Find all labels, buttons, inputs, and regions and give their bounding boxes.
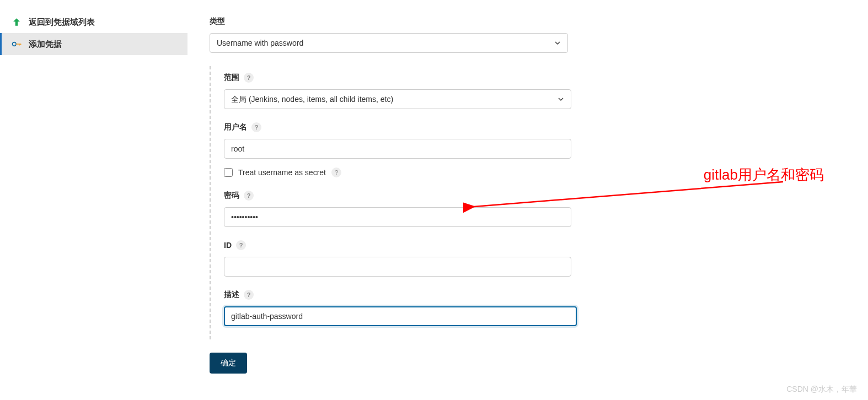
- label-text: 类型: [210, 17, 225, 26]
- arrow-up-icon: [11, 17, 22, 28]
- treat-secret-checkbox[interactable]: [224, 168, 233, 177]
- watermark: CSDN @水木，年華: [786, 385, 857, 394]
- form-group-type: 类型 Username with password: [210, 17, 846, 53]
- main-content: 类型 Username with password 范围 ? 全局 (Jenki…: [187, 0, 868, 400]
- type-label: 类型: [210, 17, 846, 26]
- form-group-username: 用户名 ? Treat username as secret ?: [224, 122, 846, 177]
- form-group-password: 密码 ?: [224, 191, 846, 227]
- description-input[interactable]: [224, 306, 577, 326]
- label-text: 描述: [224, 290, 239, 300]
- help-icon[interactable]: ?: [244, 290, 254, 300]
- sidebar-item-add-credential[interactable]: 添加凭据: [0, 33, 187, 55]
- submit-button[interactable]: 确定: [210, 353, 247, 374]
- username-input[interactable]: [224, 139, 571, 159]
- type-select[interactable]: Username with password: [210, 33, 568, 53]
- help-icon[interactable]: ?: [244, 73, 254, 83]
- id-input[interactable]: [224, 257, 571, 277]
- label-text: 范围: [224, 73, 239, 83]
- checkbox-label: Treat username as secret: [238, 168, 326, 177]
- description-label: 描述 ?: [224, 290, 846, 300]
- svg-point-0: [13, 42, 17, 46]
- key-icon: [11, 39, 22, 50]
- help-icon[interactable]: ?: [244, 191, 254, 201]
- indented-section: 范围 ? 全局 (Jenkins, nodes, items, all chil…: [210, 66, 846, 339]
- sidebar: 返回到凭据域列表 添加凭据: [0, 0, 187, 400]
- id-label: ID ?: [224, 240, 846, 250]
- submit-row: 确定: [210, 353, 846, 374]
- form-group-description: 描述 ?: [224, 290, 846, 326]
- label-text: 用户名: [224, 122, 247, 132]
- checkbox-row-secret: Treat username as secret ?: [224, 167, 846, 177]
- label-text: 密码: [224, 191, 239, 201]
- form-group-id: ID ?: [224, 240, 846, 277]
- scope-select[interactable]: 全局 (Jenkins, nodes, items, all child ite…: [224, 89, 571, 109]
- help-icon[interactable]: ?: [331, 167, 341, 177]
- password-input[interactable]: [224, 207, 571, 227]
- scope-label: 范围 ?: [224, 73, 846, 83]
- label-text: ID: [224, 241, 232, 250]
- sidebar-item-back[interactable]: 返回到凭据域列表: [0, 11, 187, 33]
- help-icon[interactable]: ?: [251, 122, 261, 132]
- sidebar-item-label: 添加凭据: [29, 39, 62, 50]
- form-group-scope: 范围 ? 全局 (Jenkins, nodes, items, all chil…: [224, 73, 846, 109]
- help-icon[interactable]: ?: [236, 240, 246, 250]
- password-label: 密码 ?: [224, 191, 846, 201]
- username-label: 用户名 ?: [224, 122, 846, 132]
- sidebar-item-label: 返回到凭据域列表: [29, 17, 95, 28]
